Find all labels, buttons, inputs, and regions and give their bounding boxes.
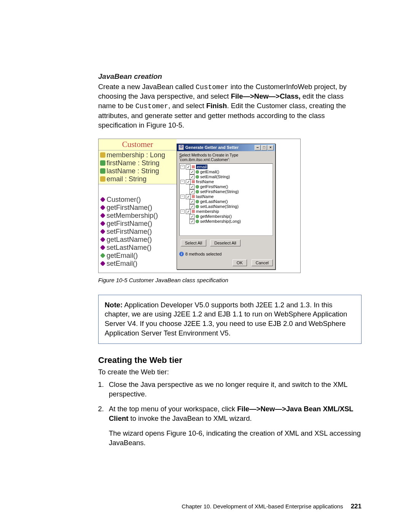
- mnemonic: S: [179, 153, 182, 157]
- method-icon: [196, 190, 199, 193]
- tree-method-row[interactable]: getFirstName(): [180, 184, 272, 189]
- dialog-titlebar[interactable]: Φ Generate Getter and Setter ‒□×: [177, 144, 275, 151]
- checkbox[interactable]: [190, 204, 194, 209]
- checkbox[interactable]: [186, 179, 191, 184]
- op-text: getFirstName(): [107, 220, 152, 228]
- methods-tree[interactable]: −emailgetEmail()setEmail(String)−firstNa…: [179, 163, 273, 236]
- uml-attribute: membership : Long: [99, 151, 177, 159]
- step-2: At the top menu of your workspace, click…: [106, 404, 362, 448]
- maximize-icon[interactable]: □: [261, 145, 267, 150]
- method-icon: [196, 170, 199, 174]
- method-icon: [196, 200, 199, 203]
- checkbox[interactable]: [186, 165, 191, 169]
- collapse-icon[interactable]: −: [180, 180, 185, 184]
- minimize-icon[interactable]: ‒: [255, 145, 261, 150]
- tree-group-label[interactable]: firstName: [196, 179, 214, 184]
- method-icon: [100, 245, 105, 250]
- checkbox[interactable]: [190, 169, 194, 174]
- tree-group-row[interactable]: −email: [180, 165, 272, 169]
- subsection-title: JavaBean creation: [98, 72, 362, 81]
- method-icon: [100, 197, 105, 202]
- uml-operation: getFirstName(): [99, 220, 177, 228]
- uml-attribute: firstName : String: [99, 159, 177, 167]
- collapse-icon[interactable]: −: [180, 165, 185, 169]
- tree-method-label[interactable]: setMembership(Long): [200, 219, 241, 224]
- tree-method-row[interactable]: getMembership(): [180, 214, 272, 219]
- method-icon: [100, 261, 105, 266]
- field-icon: [100, 168, 105, 174]
- attr-text: email : String: [107, 175, 147, 183]
- uml-operation: getLastName(): [99, 236, 177, 244]
- tree-method-label[interactable]: setLastName(String): [200, 204, 239, 209]
- field-icon: [192, 195, 195, 198]
- deselect-all-button[interactable]: Deselect All: [210, 240, 240, 246]
- window-controls[interactable]: ‒□×: [254, 145, 274, 150]
- tree-method-label[interactable]: getMembership(): [200, 214, 232, 219]
- dialog-prompt: Select Methods to Create in Type 'com.ib…: [179, 153, 273, 162]
- tree-method-row[interactable]: setFirstName(String): [180, 189, 272, 194]
- tree-group-row[interactable]: −firstName: [180, 179, 272, 184]
- section-intro: To create the Web tier:: [98, 367, 362, 377]
- tree-method-label[interactable]: getLastName(): [200, 199, 228, 204]
- checkbox[interactable]: [190, 184, 194, 189]
- attr-text: lastName : String: [107, 167, 159, 175]
- op-text: setEmail(): [107, 260, 137, 268]
- op-text: setLastName(): [107, 244, 151, 252]
- close-icon[interactable]: ×: [268, 145, 274, 150]
- section-heading: Creating the Web tier: [98, 355, 362, 365]
- checkbox[interactable]: [190, 174, 194, 179]
- tree-group-label[interactable]: lastName: [196, 194, 213, 199]
- text: to invoke the JavaBean to XML wizard.: [128, 414, 252, 422]
- uml-operation: setEmail(): [99, 260, 177, 268]
- checkbox[interactable]: [190, 219, 194, 224]
- method-icon: [196, 205, 199, 208]
- uml-operation: getEmail(): [99, 252, 177, 260]
- collapse-icon[interactable]: −: [180, 209, 185, 214]
- tree-method-label[interactable]: setFirstName(String): [200, 189, 239, 194]
- uml-operations: Customer()getFirstName()setMembership()g…: [99, 195, 177, 268]
- method-icon: [196, 185, 199, 189]
- app-icon: Φ: [178, 145, 184, 150]
- ok-button[interactable]: OK: [233, 259, 247, 266]
- collapse-icon[interactable]: −: [180, 195, 185, 199]
- op-text: getEmail(): [107, 252, 138, 260]
- uml-operation: getFirstName(): [99, 204, 177, 212]
- tree-method-label[interactable]: getFirstName(): [200, 184, 228, 189]
- tree-group-label[interactable]: membership: [196, 209, 219, 214]
- tree-group-row[interactable]: −lastName: [180, 194, 272, 199]
- method-icon: [100, 221, 105, 226]
- note-label: Note:: [105, 301, 123, 309]
- tree-method-label[interactable]: getEmail(): [200, 169, 219, 174]
- tree-method-label[interactable]: setEmail(String): [200, 174, 230, 179]
- tree-group-label[interactable]: email: [196, 165, 207, 169]
- uml-operation: Customer(): [99, 196, 177, 204]
- prompt-text: elect Methods to Create in Type 'com.ibm…: [179, 153, 238, 162]
- figure-10-5: Customer membership : LongfirstName : St…: [98, 139, 301, 273]
- tree-method-row[interactable]: setMembership(Long): [180, 219, 272, 224]
- field-icon: [192, 165, 195, 168]
- method-icon: [100, 229, 105, 234]
- method-icon: [100, 253, 105, 258]
- page-number: 221: [351, 503, 362, 510]
- cancel-button[interactable]: Cancel: [252, 259, 273, 266]
- checkbox[interactable]: [190, 214, 194, 219]
- uml-operation: setFirstName(): [99, 228, 177, 236]
- tree-group-row[interactable]: −membership: [180, 209, 272, 214]
- generate-getter-setter-dialog: Φ Generate Getter and Setter ‒□× Select …: [177, 144, 276, 270]
- tree-method-row[interactable]: getLastName(): [180, 199, 272, 204]
- checkbox[interactable]: [186, 209, 191, 214]
- note-text: Application Developer V5.0 supports both…: [105, 301, 347, 337]
- checkbox[interactable]: [186, 194, 191, 199]
- tree-method-row[interactable]: setLastName(String): [180, 204, 272, 209]
- select-all-button[interactable]: Select All: [181, 240, 206, 246]
- code-customer: Customer: [135, 102, 168, 110]
- field-icon: [100, 176, 105, 182]
- checkbox[interactable]: [190, 189, 194, 194]
- tree-method-row[interactable]: setEmail(String): [180, 174, 272, 179]
- step-2-detail: The wizard opens Figure 10-6, indicating…: [109, 429, 362, 448]
- uml-class-diagram: Customer membership : LongfirstName : St…: [99, 139, 177, 273]
- method-icon: [100, 213, 105, 218]
- steps-list: Close the Java perspective as we no long…: [98, 380, 362, 448]
- tree-method-row[interactable]: getEmail(): [180, 169, 272, 174]
- checkbox[interactable]: [190, 199, 194, 204]
